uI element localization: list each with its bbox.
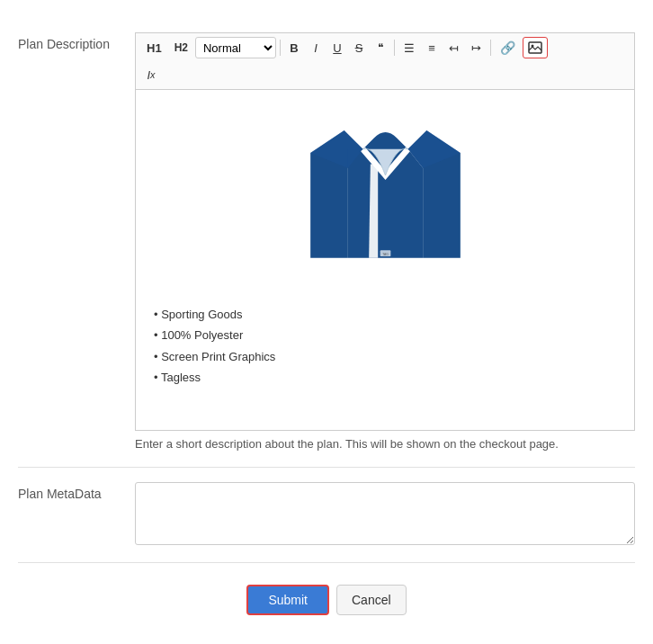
svg-rect-0 bbox=[529, 42, 541, 53]
hint-text: Enter a short description about the plan… bbox=[135, 436, 635, 452]
unordered-list-button[interactable]: ≡ bbox=[422, 37, 442, 58]
plan-description-label: Plan Description bbox=[18, 32, 135, 54]
plan-metadata-control bbox=[135, 482, 635, 548]
cancel-button[interactable]: Cancel bbox=[336, 585, 407, 615]
italic-button[interactable]: I bbox=[306, 37, 326, 58]
bold-button[interactable]: B bbox=[284, 37, 304, 58]
image-icon bbox=[528, 41, 542, 54]
plan-metadata-row: Plan MetaData bbox=[18, 468, 635, 563]
svg-text:TAG: TAG bbox=[382, 253, 389, 256]
strikethrough-button[interactable]: S bbox=[349, 37, 369, 58]
h2-button[interactable]: H2 bbox=[169, 37, 193, 58]
bullet-item-3: Screen Print Graphics bbox=[154, 346, 625, 367]
plan-description-row: Plan Description H1 H2 Normal Heading 1 … bbox=[18, 18, 635, 468]
clear-format-button[interactable]: Ix bbox=[141, 64, 161, 85]
ordered-list-button[interactable]: ☰ bbox=[398, 37, 420, 58]
indent-right-button[interactable]: ↦ bbox=[466, 37, 487, 58]
image-button[interactable] bbox=[523, 37, 548, 58]
tshirt-image-container: TAG bbox=[145, 108, 625, 288]
bullet-item-4: Tagless bbox=[154, 367, 625, 388]
h1-button[interactable]: H1 bbox=[141, 37, 167, 58]
toolbar-row2: Ix bbox=[135, 62, 635, 89]
bullet-item-1: Sporting Goods bbox=[154, 304, 625, 325]
underline-button[interactable]: U bbox=[327, 37, 347, 58]
editor-content-area[interactable]: TAG Sporting Goods 100% Polyester Screen… bbox=[135, 89, 635, 431]
form-actions: Submit Cancel bbox=[18, 563, 635, 624]
indent-left-button[interactable]: ↤ bbox=[443, 37, 464, 58]
toolbar-separator-2 bbox=[394, 40, 395, 56]
bullet-list: Sporting Goods 100% Polyester Screen Pri… bbox=[145, 297, 625, 389]
metadata-textarea[interactable] bbox=[135, 482, 635, 545]
plan-description-editor: H1 H2 Normal Heading 1 Heading 2 Heading… bbox=[135, 32, 635, 452]
format-select[interactable]: Normal Heading 1 Heading 2 Heading 3 bbox=[195, 37, 276, 58]
link-button[interactable]: 🔗 bbox=[495, 37, 521, 58]
plan-metadata-label: Plan MetaData bbox=[18, 482, 135, 504]
tshirt-svg: TAG bbox=[302, 108, 469, 288]
toolbar-separator-1 bbox=[280, 40, 281, 56]
bullet-item-2: 100% Polyester bbox=[154, 325, 625, 345]
submit-button[interactable]: Submit bbox=[246, 585, 329, 615]
editor-toolbar: H1 H2 Normal Heading 1 Heading 2 Heading… bbox=[135, 32, 635, 62]
blockquote-button[interactable]: ❝ bbox=[371, 37, 390, 58]
toolbar-separator-3 bbox=[490, 40, 491, 56]
